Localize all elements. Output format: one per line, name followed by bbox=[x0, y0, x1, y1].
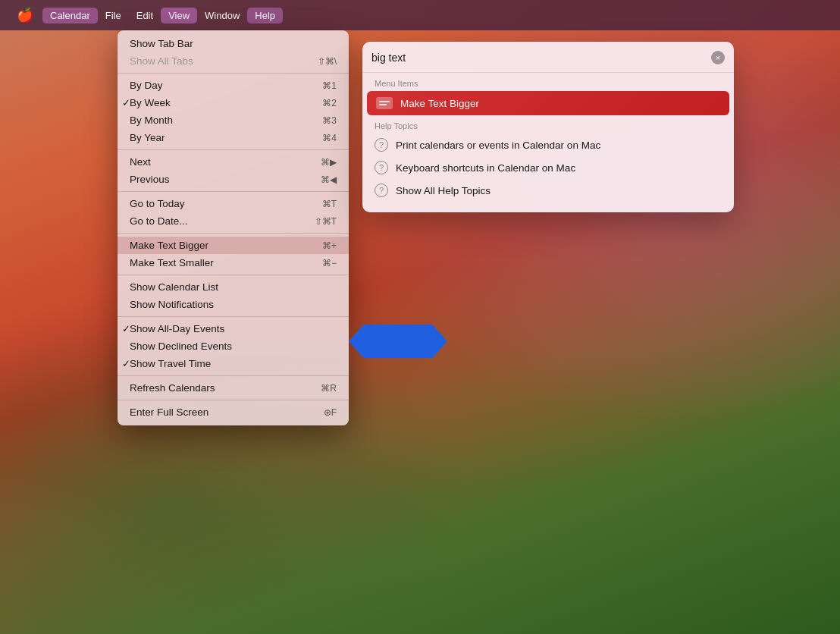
help-result-show-all-help[interactable]: ? Show All Help Topics bbox=[362, 179, 734, 202]
help-search-input[interactable] bbox=[371, 52, 705, 64]
help-result-make-text-bigger[interactable]: Make Text Bigger bbox=[367, 91, 729, 115]
help-result-keyboard-shortcuts[interactable]: ? Keyboard shortcuts in Calendar on Mac bbox=[362, 156, 734, 179]
menu-item-show-calendar-list[interactable]: Show Calendar List bbox=[118, 278, 349, 296]
help-result-label: Keyboard shortcuts in Calendar on Mac bbox=[396, 162, 575, 174]
help-result-label: Make Text Bigger bbox=[400, 98, 479, 109]
menu-separator-2 bbox=[118, 149, 349, 150]
menu-item-enter-full-screen[interactable]: Enter Full Screen ⊕F bbox=[118, 403, 349, 421]
menubar-window[interactable]: Window bbox=[197, 8, 247, 24]
menu-item-make-text-smaller[interactable]: Make Text Smaller ⌘− bbox=[118, 254, 349, 271]
menu-item-show-all-day-events[interactable]: Show All-Day Events bbox=[118, 320, 349, 337]
menu-item-previous[interactable]: Previous ⌘◀ bbox=[118, 171, 349, 188]
help-menu-items-section: Menu Items bbox=[362, 73, 734, 91]
menu-separator-4 bbox=[118, 233, 349, 234]
help-topic-icon: ? bbox=[375, 184, 388, 197]
menu-item-go-to-date[interactable]: Go to Date... ⇧⌘T bbox=[118, 212, 349, 230]
svg-rect-0 bbox=[379, 101, 390, 102]
menu-item-by-month[interactable]: By Month ⌘3 bbox=[118, 111, 349, 129]
menubar-view[interactable]: View bbox=[161, 8, 197, 24]
menu-separator-8 bbox=[118, 400, 349, 400]
menubar-edit[interactable]: Edit bbox=[129, 8, 161, 24]
help-result-label: Print calendars or events in Calendar on… bbox=[396, 140, 600, 151]
svg-rect-1 bbox=[379, 104, 387, 105]
menubar: 🍎 Calendar File Edit View Window Help bbox=[0, 0, 840, 30]
menu-separator-6 bbox=[118, 316, 349, 317]
menu-item-go-to-today[interactable]: Go to Today ⌘T bbox=[118, 195, 349, 212]
menu-item-by-week[interactable]: By Week ⌘2 bbox=[118, 94, 349, 111]
menu-item-make-text-bigger[interactable]: Make Text Bigger ⌘+ bbox=[118, 237, 349, 254]
view-menu-dropdown: Show Tab Bar Show All Tabs ⇧⌘\ By Day ⌘1… bbox=[118, 30, 349, 425]
menu-item-show-notifications[interactable]: Show Notifications bbox=[118, 296, 349, 313]
help-result-print-calendars[interactable]: ? Print calendars or events in Calendar … bbox=[362, 133, 734, 156]
apple-menu-button[interactable]: 🍎 bbox=[8, 7, 42, 24]
menubar-help[interactable]: Help bbox=[247, 8, 283, 24]
menu-item-refresh-calendars[interactable]: Refresh Calendars ⌘R bbox=[118, 379, 349, 397]
help-search-bar: × bbox=[362, 51, 734, 73]
menu-separator-7 bbox=[118, 375, 349, 376]
menu-item-by-year[interactable]: By Year ⌘4 bbox=[118, 129, 349, 146]
help-clear-button[interactable]: × bbox=[711, 51, 725, 64]
menubar-file[interactable]: File bbox=[98, 8, 129, 24]
help-result-label: Show All Help Topics bbox=[396, 185, 491, 196]
menu-item-by-day[interactable]: By Day ⌘1 bbox=[118, 77, 349, 94]
menu-item-show-travel-time[interactable]: Show Travel Time bbox=[118, 355, 349, 372]
menu-separator-5 bbox=[118, 275, 349, 275]
blue-arrow bbox=[349, 325, 447, 358]
menu-item-show-declined-events[interactable]: Show Declined Events bbox=[118, 337, 349, 355]
help-search-popup: × Menu Items Make Text Bigger Help Topic… bbox=[362, 42, 734, 212]
arrow-indicator bbox=[349, 325, 447, 358]
help-topic-icon: ? bbox=[375, 161, 388, 174]
help-topics-section: Help Topics bbox=[362, 115, 734, 133]
menu-item-show-all-tabs: Show All Tabs ⇧⌘\ bbox=[118, 52, 349, 70]
help-topic-icon: ? bbox=[375, 138, 388, 152]
menu-item-icon bbox=[376, 97, 393, 109]
menu-item-next[interactable]: Next ⌘▶ bbox=[118, 153, 349, 171]
menu-separator-3 bbox=[118, 191, 349, 192]
menubar-calendar[interactable]: Calendar bbox=[42, 8, 98, 24]
menu-separator-1 bbox=[118, 73, 349, 74]
menu-item-show-tab-bar[interactable]: Show Tab Bar bbox=[118, 35, 349, 52]
